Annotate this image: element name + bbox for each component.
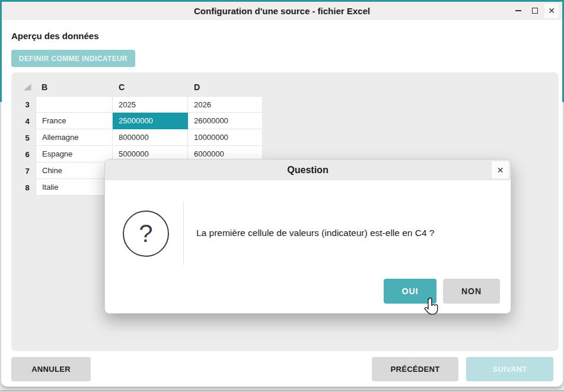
- cell-C3[interactable]: 2025: [113, 96, 188, 113]
- table-row: 4 France 25000000 26000000: [19, 113, 263, 129]
- next-button[interactable]: SUIVANT: [466, 357, 553, 381]
- dialog-title: Question: [287, 165, 328, 176]
- hand-pointer-cursor: [422, 297, 440, 320]
- minimize-icon: [515, 10, 521, 11]
- cell-B7[interactable]: Chine: [36, 162, 113, 179]
- no-button[interactable]: NON: [443, 279, 500, 304]
- dialog-message: La première cellule de valeurs (indicate…: [196, 201, 496, 265]
- dialog-close-button[interactable]: ✕: [492, 161, 509, 179]
- hand-pointer-icon: [422, 297, 440, 318]
- grid-header-row: B C D: [19, 78, 263, 96]
- row-header[interactable]: 8: [19, 179, 36, 196]
- maximize-button[interactable]: [528, 4, 542, 18]
- window-edge-left: [0, 102, 1, 385]
- cell-B5[interactable]: Allemagne: [36, 129, 113, 146]
- row-header[interactable]: 6: [19, 146, 36, 162]
- close-icon: ✕: [497, 165, 504, 175]
- select-all-icon: [24, 84, 31, 91]
- cell-B8[interactable]: Italie: [36, 179, 113, 196]
- select-all-cell[interactable]: [19, 78, 36, 96]
- row-header[interactable]: 7: [19, 162, 36, 179]
- question-mark-icon: ?: [123, 211, 169, 257]
- close-button[interactable]: ✕: [544, 4, 559, 18]
- window-controls: ✕: [511, 4, 559, 18]
- window-edge-bottom: [0, 390, 564, 391]
- question-glyph: ?: [139, 219, 152, 248]
- page-title: Aperçu des données: [11, 31, 99, 41]
- column-header-c[interactable]: C: [113, 78, 188, 96]
- cell-D3[interactable]: 2026: [188, 96, 263, 113]
- cell-C5[interactable]: 8000000: [113, 129, 188, 146]
- cancel-button[interactable]: ANNULER: [11, 357, 91, 381]
- table-row: 5 Allemagne 8000000 10000000: [19, 129, 263, 146]
- cell-D5[interactable]: 10000000: [188, 129, 263, 146]
- window-title: Configuration d'une source - fichier Exc…: [194, 6, 370, 16]
- row-header[interactable]: 5: [19, 129, 36, 146]
- close-icon: ✕: [548, 6, 555, 15]
- table-row: 3 2025 2026: [19, 96, 263, 113]
- question-dialog: Question ✕ ? La première cellule de vale…: [104, 159, 511, 314]
- title-bar: Configuration d'une source - fichier Exc…: [2, 2, 562, 20]
- define-indicator-button[interactable]: DEFINIR COMME INDICATEUR: [11, 50, 135, 67]
- column-header-b[interactable]: B: [36, 78, 113, 96]
- cell-C4-selected[interactable]: 25000000: [113, 113, 188, 129]
- cell-B3[interactable]: [36, 96, 113, 113]
- row-header[interactable]: 4: [19, 113, 36, 129]
- dialog-title-bar: Question ✕: [105, 160, 511, 180]
- dialog-divider: [183, 201, 184, 265]
- window-border-top: [0, 0, 564, 2]
- cell-D4[interactable]: 26000000: [188, 113, 263, 129]
- column-header-d[interactable]: D: [188, 78, 263, 96]
- previous-button[interactable]: PRÉCÉDENT: [372, 357, 458, 381]
- window-border-left: [0, 0, 2, 102]
- minimize-button[interactable]: [511, 4, 525, 18]
- cell-B4[interactable]: France: [36, 113, 113, 129]
- maximize-icon: [532, 8, 538, 14]
- cell-B6[interactable]: Espagne: [36, 146, 113, 162]
- row-header[interactable]: 3: [19, 96, 36, 113]
